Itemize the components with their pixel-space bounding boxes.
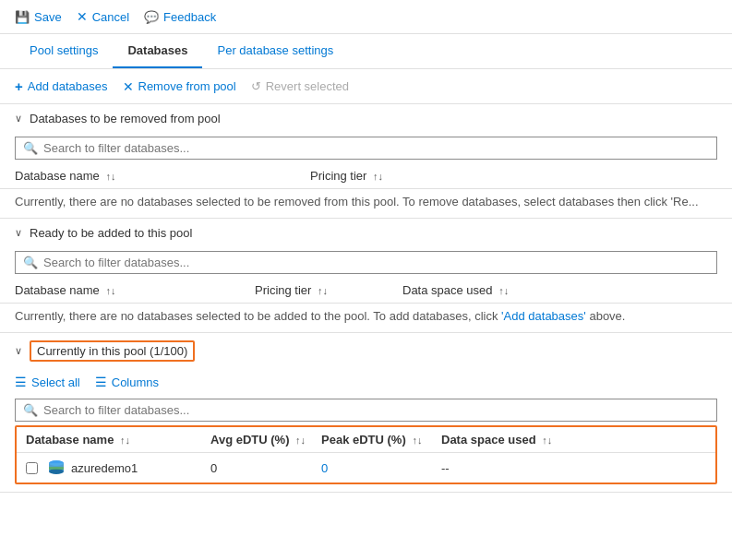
cancel-icon: ✕ <box>77 9 88 24</box>
tab-bar: Pool settings Databases Per database set… <box>0 34 732 69</box>
remove-icon: ✕ <box>123 79 134 94</box>
svg-rect-4 <box>49 467 64 470</box>
select-all-button[interactable]: ☰ Select all <box>15 375 80 389</box>
data-space-cell: -- <box>441 461 706 475</box>
search-input-inpool[interactable] <box>43 403 709 417</box>
table-header-remove: Database name ↑↓ Pricing tier ↑↓ <box>0 163 732 189</box>
remove-from-pool-button[interactable]: ✕ Remove from pool <box>123 79 236 94</box>
col-header-pricing-2: Pricing tier ↑↓ <box>255 283 402 297</box>
search-icon: 🔍 <box>23 141 38 155</box>
add-databases-button[interactable]: + Add databases <box>15 78 108 94</box>
search-input-ready[interactable] <box>43 256 709 269</box>
revert-icon: ↺ <box>251 79 261 93</box>
section-ready-title: Ready to be added to this pool <box>30 226 192 240</box>
select-all-bar: ☰ Select all ☰ Columns <box>0 369 732 395</box>
section-remove-from-pool: ∨ Databases to be removed from pool 🔍 Da… <box>0 104 732 219</box>
section-ready-info: Currently, there are no databases select… <box>0 304 732 332</box>
svg-point-3 <box>49 460 64 466</box>
sort-dataspace2-icon[interactable]: ↑↓ <box>498 285 509 296</box>
add-databases-link[interactable]: 'Add databases' <box>501 309 586 323</box>
sort-dbname-icon[interactable]: ↑↓ <box>105 171 115 182</box>
section-ready-header[interactable]: ∨ Ready to be added to this pool <box>0 219 732 247</box>
save-icon: 💾 <box>15 10 30 24</box>
col-header-peakedu: Peak eDTU (%) ↑↓ <box>321 433 441 447</box>
chevron-icon-2: ∨ <box>15 227 22 239</box>
search-icon-3: 🔍 <box>23 403 38 417</box>
section-remove-title: Databases to be removed from pool <box>30 112 221 125</box>
db-name-cell: azuredemo1 <box>26 459 210 477</box>
sort-pricing2-icon[interactable]: ↑↓ <box>318 285 328 296</box>
search-box-inpool[interactable]: 🔍 <box>15 399 717 422</box>
top-toolbar: 💾 Save ✕ Cancel 💬 Feedback <box>0 0 732 34</box>
col-header-avgedu: Avg eDTU (%) ↑↓ <box>210 433 321 447</box>
table-row: azuredemo1 0 0 -- <box>17 453 715 483</box>
search-box-remove[interactable]: 🔍 <box>15 137 717 160</box>
col-header-dataspace-2: Data space used ↑↓ <box>402 283 717 297</box>
revert-selected-button: ↺ Revert selected <box>251 79 349 93</box>
save-button[interactable]: 💾 Save <box>15 10 62 24</box>
columns-icon: ☰ <box>95 375 107 389</box>
sort-dbname3-icon[interactable]: ↑↓ <box>120 435 130 446</box>
columns-button[interactable]: ☰ Columns <box>95 375 159 389</box>
sort-dbname2-icon[interactable]: ↑↓ <box>105 285 115 296</box>
col-header-dbname-3: Database name ↑↓ <box>26 433 210 447</box>
action-bar: + Add databases ✕ Remove from pool ↺ Rev… <box>0 69 732 104</box>
feedback-icon: 💬 <box>144 10 159 24</box>
sort-avgedu-icon[interactable]: ↑↓ <box>295 435 306 446</box>
tab-databases[interactable]: Databases <box>113 34 202 68</box>
col-header-pricing: Pricing tier ↑↓ <box>310 169 717 183</box>
search-input-remove[interactable] <box>43 141 709 155</box>
table-header-inpool: Database name ↑↓ Avg eDTU (%) ↑↓ Peak eD… <box>17 427 715 453</box>
section-in-pool: ∨ Currently in this pool (1/100) ☰ Selec… <box>0 333 732 493</box>
sort-dataspace3-icon[interactable]: ↑↓ <box>542 435 552 446</box>
select-all-icon: ☰ <box>15 375 27 389</box>
section-inpool-title: Currently in this pool (1/100) <box>30 340 195 362</box>
peak-edtu-cell: 0 <box>321 461 441 475</box>
table-header-ready: Database name ↑↓ Pricing tier ↑↓ Data sp… <box>0 278 732 304</box>
sort-pricing-icon[interactable]: ↑↓ <box>373 171 383 182</box>
search-box-ready[interactable]: 🔍 <box>15 251 717 274</box>
add-icon: + <box>15 78 23 94</box>
avg-edtu-cell: 0 <box>210 461 321 475</box>
sort-peakedu-icon[interactable]: ↑↓ <box>412 435 422 446</box>
row-checkbox[interactable] <box>26 462 38 474</box>
tab-per-db-settings[interactable]: Per database settings <box>202 34 348 68</box>
chevron-icon-3: ∨ <box>15 345 22 357</box>
tab-pool-settings[interactable]: Pool settings <box>15 34 113 68</box>
section-remove-info: Currently, there are no databases select… <box>0 189 732 218</box>
col-header-dataspace-3: Data space used ↑↓ <box>441 433 706 447</box>
highlighted-table-area: Database name ↑↓ Avg eDTU (%) ↑↓ Peak eD… <box>15 425 717 484</box>
section-inpool-header[interactable]: ∨ Currently in this pool (1/100) <box>0 333 732 369</box>
col-header-dbname-2: Database name ↑↓ <box>15 283 255 297</box>
section-remove-header[interactable]: ∨ Databases to be removed from pool <box>0 104 732 133</box>
feedback-button[interactable]: 💬 Feedback <box>144 10 216 24</box>
search-icon-2: 🔍 <box>23 256 38 269</box>
cancel-button[interactable]: ✕ Cancel <box>77 9 129 24</box>
section-ready-to-add: ∨ Ready to be added to this pool 🔍 Datab… <box>0 219 732 333</box>
col-header-dbname: Database name ↑↓ <box>15 169 310 183</box>
db-icon <box>47 459 66 477</box>
chevron-icon: ∨ <box>15 113 22 125</box>
